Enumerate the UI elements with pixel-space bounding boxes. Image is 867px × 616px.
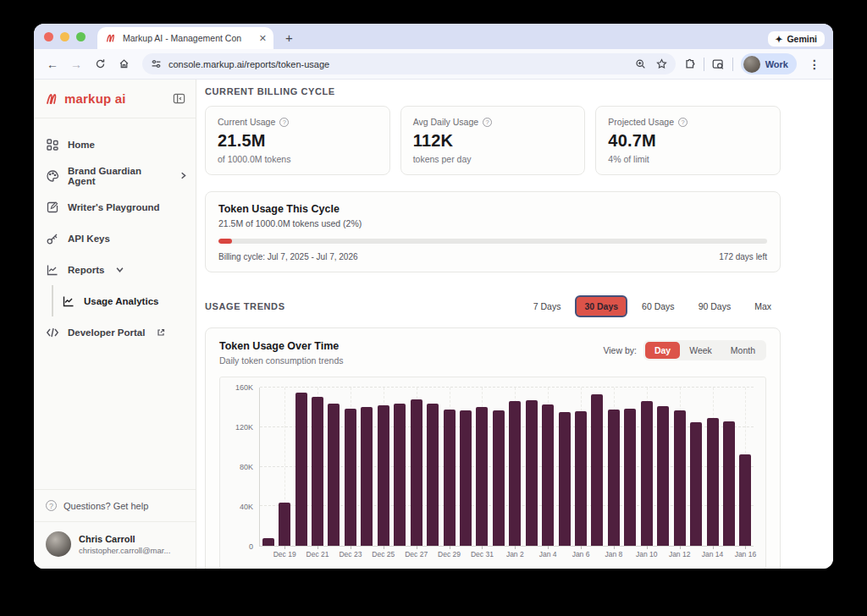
- bar-dec-24[interactable]: [361, 407, 373, 546]
- view-by-selector: Day Week Month: [643, 340, 766, 360]
- sidebar-item-writers-playground[interactable]: Writer's Playground: [46, 191, 187, 223]
- sidebar-item-label: Developer Portal: [68, 327, 145, 338]
- sidebar-item-brand-guardian-agent[interactable]: Brand Guardian Agent: [46, 160, 187, 191]
- sidebar-item-developer-portal[interactable]: Developer Portal: [46, 316, 187, 348]
- range-90-days[interactable]: 90 Days: [689, 295, 741, 317]
- bar-slot: [457, 388, 473, 546]
- view-by-week[interactable]: Week: [680, 342, 721, 359]
- bar-jan-8[interactable]: [608, 410, 620, 546]
- chart-subtitle: Daily token consumption trends: [219, 355, 344, 366]
- site-settings-icon[interactable]: [151, 58, 162, 69]
- question-icon: ?: [46, 500, 57, 511]
- x-tick: [581, 546, 582, 549]
- collapse-sidebar-button[interactable]: [173, 92, 185, 105]
- home-button[interactable]: [113, 54, 134, 74]
- bar-jan-10[interactable]: [641, 401, 653, 546]
- back-button[interactable]: ←: [42, 54, 63, 74]
- bar-dec-29[interactable]: [444, 410, 456, 546]
- new-tab-button[interactable]: +: [285, 30, 293, 45]
- bar-dec-31[interactable]: [476, 407, 488, 546]
- get-help-link[interactable]: ? Questions? Get help: [34, 489, 196, 521]
- pencil-square-icon: [46, 201, 59, 214]
- billing-section-title: CURRENT BILLING CYCLE: [205, 86, 781, 96]
- bar-jan-3[interactable]: [526, 400, 538, 546]
- bar-dec-28[interactable]: [427, 404, 439, 546]
- tab-title: Markup AI - Management Con: [123, 33, 254, 43]
- bar-jan-6[interactable]: [575, 411, 587, 546]
- range-selector: 7 Days 30 Days 60 Days 90 Days Max: [524, 295, 781, 317]
- sidebar-item-label: Reports: [68, 265, 104, 275]
- user-profile[interactable]: Chris Carroll christopher.carroll@mar...: [34, 521, 196, 569]
- progress-fill: [218, 239, 232, 244]
- bar-jan-5[interactable]: [559, 412, 571, 546]
- zoom-window-button[interactable]: [76, 32, 86, 41]
- cycle-subtitle: 21.5M of 1000.0M tokens used (2%): [218, 218, 767, 228]
- bar-jan-1[interactable]: [493, 410, 505, 546]
- close-window-button[interactable]: [44, 32, 53, 41]
- help-icon[interactable]: ?: [483, 118, 492, 127]
- x-tick-label: Jan 2: [506, 550, 524, 558]
- forward-button[interactable]: →: [66, 54, 86, 74]
- bar-dec-25[interactable]: [378, 405, 389, 546]
- card-sub: tokens per day: [413, 154, 573, 164]
- bar-dec-21[interactable]: [312, 397, 323, 546]
- bar-jan-14[interactable]: [707, 418, 719, 546]
- view-by-month[interactable]: Month: [721, 342, 765, 359]
- bar-dec-20[interactable]: [295, 393, 307, 546]
- tab-strip: Markup AI - Management Con ✕ + ✦ Gemini: [34, 24, 833, 49]
- bar-slot: Dec 27: [408, 388, 424, 546]
- bar-jan-16[interactable]: [739, 454, 751, 546]
- y-tick-label: 80K: [240, 463, 253, 471]
- sidebar-item-usage-analytics[interactable]: Usage Analytics: [62, 285, 187, 316]
- bar-slot: Dec 23: [342, 388, 358, 546]
- browser-tab[interactable]: Markup AI - Management Con ✕: [97, 27, 273, 49]
- bar-jan-9[interactable]: [624, 409, 636, 546]
- sidebar-item-label: Home: [68, 140, 95, 150]
- gemini-badge[interactable]: ✦ Gemini: [768, 31, 825, 47]
- sidebar-item-api-keys[interactable]: API Keys: [46, 223, 187, 254]
- window-controls[interactable]: [44, 24, 86, 49]
- bar-jan-13[interactable]: [690, 422, 702, 546]
- help-icon[interactable]: ?: [678, 118, 688, 127]
- range-7-days[interactable]: 7 Days: [524, 295, 571, 317]
- bar-slot: [260, 388, 276, 546]
- bar-jan-11[interactable]: [657, 406, 669, 546]
- profile-chip[interactable]: Work: [741, 53, 797, 74]
- bar-dec-18[interactable]: [262, 538, 274, 546]
- menu-kebab-icon[interactable]: ⋮: [804, 54, 825, 74]
- reload-button[interactable]: [90, 54, 110, 74]
- code-icon: [46, 326, 59, 339]
- tab-close-icon[interactable]: ✕: [259, 33, 267, 44]
- bar-slot: Dec 21: [309, 388, 325, 546]
- help-icon[interactable]: ?: [279, 118, 289, 127]
- tab-search-icon[interactable]: [712, 58, 725, 70]
- bar-jan-15[interactable]: [723, 421, 735, 546]
- sidebar-item-home[interactable]: Home: [46, 129, 187, 160]
- range-max[interactable]: Max: [745, 295, 781, 317]
- x-tick: [680, 546, 681, 549]
- external-link-icon: [157, 328, 165, 337]
- bar-jan-2[interactable]: [509, 401, 521, 546]
- bar-dec-26[interactable]: [394, 404, 406, 546]
- extensions-icon[interactable]: [684, 58, 696, 70]
- url-bar[interactable]: console.markup.ai/reports/token-usage: [142, 53, 676, 74]
- bar-dec-27[interactable]: [411, 399, 422, 546]
- cycle-title: Token Usage This Cycle: [218, 203, 767, 215]
- bar-dec-19[interactable]: [279, 503, 290, 546]
- bar-jan-12[interactable]: [674, 410, 686, 546]
- bar-dec-30[interactable]: [460, 410, 472, 546]
- view-by-day[interactable]: Day: [645, 342, 680, 359]
- bar-jan-7[interactable]: [591, 394, 603, 546]
- bar-dec-22[interactable]: [328, 404, 340, 546]
- bookmark-star-icon[interactable]: [656, 58, 667, 69]
- bar-dec-23[interactable]: [345, 409, 356, 546]
- zoom-icon[interactable]: [635, 58, 646, 69]
- url-text[interactable]: console.markup.ai/reports/token-usage: [168, 59, 628, 69]
- sidebar-item-reports[interactable]: Reports: [46, 254, 187, 285]
- token-usage-cycle-card: Token Usage This Cycle 21.5M of 1000.0M …: [205, 191, 781, 272]
- bar-jan-4[interactable]: [542, 404, 554, 546]
- range-30-days[interactable]: 30 Days: [575, 295, 627, 317]
- minimize-window-button[interactable]: [60, 32, 69, 41]
- range-60-days[interactable]: 60 Days: [632, 295, 684, 317]
- trends-section-title: USAGE TRENDS: [205, 301, 285, 311]
